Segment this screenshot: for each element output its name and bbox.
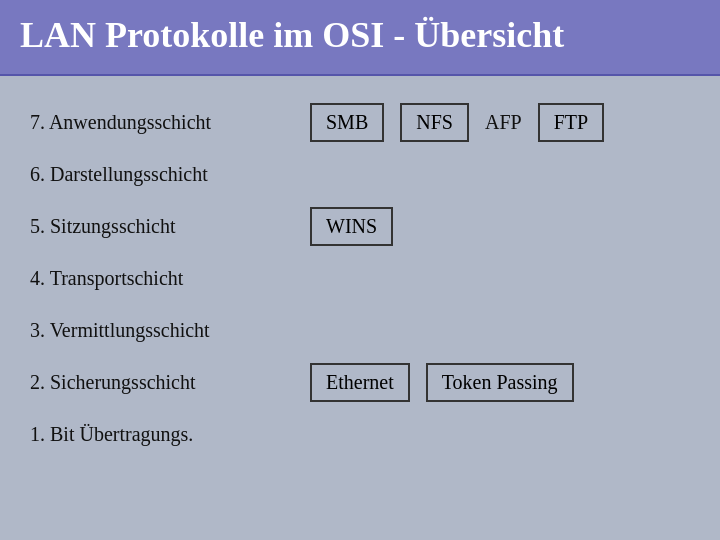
layer-label-layer1: 1. Bit Übertragungs. (30, 423, 310, 446)
layer-label-layer7: 7. Anwendungsschicht (30, 111, 310, 134)
layer-row-layer1: 1. Bit Übertragungs. (30, 408, 690, 460)
protocol-box-ethernet: Ethernet (310, 363, 410, 402)
protocols-layer2: EthernetToken Passing (310, 363, 574, 402)
layer-label-layer2: 2. Sicherungsschicht (30, 371, 310, 394)
layer-row-layer7: 7. AnwendungsschichtSMBNFSAFPFTP (30, 96, 690, 148)
layer-row-layer2: 2. SicherungsschichtEthernetToken Passin… (30, 356, 690, 408)
page-title: LAN Protokolle im OSI - Übersicht (20, 15, 564, 55)
protocols-layer5: WINS (310, 207, 393, 246)
protocol-box-smb: SMB (310, 103, 384, 142)
layer-row-layer4: 4. Transportschicht (30, 252, 690, 304)
page-header: LAN Protokolle im OSI - Übersicht (0, 0, 720, 76)
layer-label-layer6: 6. Darstellungsschicht (30, 163, 310, 186)
protocols-layer7: SMBNFSAFPFTP (310, 103, 604, 142)
layer-row-layer6: 6. Darstellungsschicht (30, 148, 690, 200)
protocol-box-wins: WINS (310, 207, 393, 246)
protocol-box-nfs: NFS (400, 103, 469, 142)
layer-row-layer3: 3. Vermittlungsschicht (30, 304, 690, 356)
protocol-text-afp: AFP (485, 111, 522, 134)
main-content: 7. AnwendungsschichtSMBNFSAFPFTP6. Darst… (0, 76, 720, 480)
layer-label-layer5: 5. Sitzungsschicht (30, 215, 310, 238)
layer-label-layer3: 3. Vermittlungsschicht (30, 319, 310, 342)
protocol-box-ftp: FTP (538, 103, 604, 142)
protocol-box-token-passing: Token Passing (426, 363, 574, 402)
layer-row-layer5: 5. SitzungsschichtWINS (30, 200, 690, 252)
layer-label-layer4: 4. Transportschicht (30, 267, 310, 290)
